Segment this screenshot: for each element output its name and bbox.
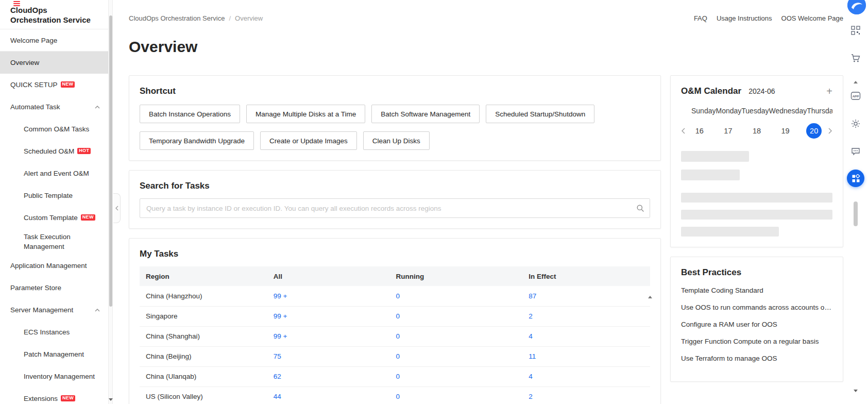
- in-effect-count-link[interactable]: 2: [529, 393, 533, 400]
- search-field-wrap: [140, 198, 650, 218]
- region-cell: Singapore: [140, 306, 267, 326]
- best-practice-link[interactable]: Trigger Function Compute on a regular ba…: [681, 337, 832, 346]
- all-count-link[interactable]: 62: [274, 373, 281, 380]
- sidebar-collapse-handle[interactable]: [113, 193, 121, 223]
- manage-multiple-disks-button[interactable]: Manage Multiple Disks at a Time: [246, 105, 365, 123]
- sidebar-item-patch-management[interactable]: Patch Management: [0, 343, 108, 365]
- calendar-date[interactable]: 19: [778, 123, 793, 139]
- column-header-in-effect: In Effect: [522, 266, 650, 286]
- calendar-dates-row: 16 17 18 19 20: [681, 123, 832, 139]
- sidebar-item-scheduled-om[interactable]: Scheduled O&M HOT: [0, 140, 108, 162]
- all-count-link[interactable]: 99 +: [274, 292, 287, 300]
- sidebar-item-task-execution-management[interactable]: Task Execution Management: [0, 229, 108, 255]
- product-widgets-icon[interactable]: [847, 170, 864, 187]
- sidebar-item-inventory-management[interactable]: Inventory Management: [0, 365, 108, 388]
- sidebar-scrollbar[interactable]: [108, 0, 113, 404]
- oos-welcome-page-link[interactable]: OOS Welcome Page: [781, 14, 843, 22]
- breadcrumb-root[interactable]: CloudOps Orchestration Service: [129, 14, 225, 22]
- in-effect-count-link[interactable]: 4: [529, 373, 533, 380]
- calendar-date[interactable]: 18: [749, 123, 764, 139]
- in-effect-count-link[interactable]: 4: [529, 332, 533, 340]
- shopping-cart-icon[interactable]: [846, 48, 865, 68]
- calendar-date[interactable]: 16: [692, 123, 707, 139]
- table-row: US (Silicon Valley) 44 0 2: [140, 386, 650, 404]
- calendar-next-button[interactable]: [828, 128, 832, 134]
- qr-code-icon[interactable]: [846, 21, 865, 40]
- sidebar-item-application-management[interactable]: Application Management: [0, 255, 108, 277]
- best-practice-link[interactable]: Use Terraform to manage OOS: [681, 354, 832, 363]
- running-count-link[interactable]: 0: [396, 312, 400, 320]
- add-event-button[interactable]: +: [826, 87, 832, 95]
- toolbar-scroll-up-icon[interactable]: [854, 73, 858, 81]
- temporary-bandwidth-upgrade-button[interactable]: Temporary Bandwidth Upgrade: [140, 131, 254, 150]
- scroll-down-arrow-icon[interactable]: [109, 398, 113, 401]
- skeleton-bar: [681, 193, 832, 203]
- content-columns: Shortcut Batch Instance Operations Manag…: [129, 75, 843, 404]
- sidebar-group-automated-task[interactable]: Automated Task: [0, 96, 108, 118]
- calendar-header: O&M Calendar 2024-06 +: [681, 86, 832, 96]
- app-center-icon[interactable]: APP: [846, 86, 865, 106]
- task-search-input[interactable]: [140, 198, 650, 218]
- sidebar-item-ecs-instances[interactable]: ECS Instances: [0, 321, 108, 343]
- running-count-link[interactable]: 0: [396, 332, 400, 340]
- table-scroll-up-icon[interactable]: [648, 288, 652, 296]
- sidebar-item-custom-template[interactable]: Custom Template NEW: [0, 207, 108, 229]
- sidebar: CloudOps Orchestration Service Welcome P…: [0, 0, 108, 404]
- sidebar-item-extensions[interactable]: Extensions NEW: [0, 388, 108, 404]
- calendar-prev-button[interactable]: [681, 128, 685, 134]
- batch-instance-operations-button[interactable]: Batch Instance Operations: [140, 105, 240, 123]
- sidebar-item-common-om-tasks[interactable]: Common O&M Tasks: [0, 118, 108, 140]
- new-badge: NEW: [81, 214, 95, 221]
- day-header: Wednesday: [769, 107, 807, 115]
- running-count-link[interactable]: 0: [396, 393, 400, 400]
- in-effect-count-link[interactable]: 11: [529, 352, 536, 360]
- sidebar-item-public-template[interactable]: Public Template: [0, 184, 108, 207]
- best-practice-link[interactable]: Template Coding Standard: [681, 286, 832, 295]
- sidebar-item-label: Alert and Event O&M: [24, 170, 89, 177]
- sidebar-scrollbar-thumb[interactable]: [109, 15, 112, 307]
- sidebar-item-quick-setup[interactable]: QUICK SETUP NEW: [0, 74, 108, 96]
- settings-gear-icon[interactable]: [846, 114, 865, 133]
- all-count-link[interactable]: 99 +: [274, 312, 287, 320]
- sidebar-item-overview[interactable]: Overview: [0, 52, 108, 74]
- scheduled-startup-shutdown-button[interactable]: Scheduled Startup/Shutdown: [486, 105, 594, 123]
- clean-up-disks-button[interactable]: Clean Up Disks: [363, 131, 430, 150]
- day-header: Thursday: [807, 107, 832, 115]
- search-button[interactable]: [631, 199, 650, 217]
- sidebar-item-label: Inventory Management: [24, 373, 95, 380]
- sidebar-group-server-management[interactable]: Server Management: [0, 299, 108, 321]
- batch-software-management-button[interactable]: Batch Software Management: [371, 105, 480, 123]
- top-bar: CloudOps Orchestration Service / Overvie…: [129, 13, 843, 23]
- running-count-link[interactable]: 0: [396, 373, 400, 380]
- all-count-link[interactable]: 75: [274, 352, 281, 360]
- chevron-left-icon: [115, 206, 118, 211]
- day-header: Monday: [716, 107, 741, 115]
- all-count-link[interactable]: 44: [274, 393, 281, 400]
- sidebar-item-label: Common O&M Tasks: [24, 125, 89, 133]
- om-calendar-card: O&M Calendar 2024-06 + SundayMondayTuesd…: [670, 75, 843, 247]
- faq-link[interactable]: FAQ: [694, 14, 707, 22]
- feedback-comment-icon[interactable]: [846, 142, 865, 161]
- new-badge: NEW: [61, 395, 75, 401]
- all-count-link[interactable]: 99 +: [274, 332, 287, 340]
- running-count-link[interactable]: 0: [396, 292, 400, 300]
- page-scrollbar-thumb[interactable]: [854, 201, 858, 226]
- best-practice-link[interactable]: Configure a RAM user for OOS: [681, 320, 832, 329]
- scroll-down-arrow-icon[interactable]: [854, 392, 858, 400]
- usage-instructions-link[interactable]: Usage Instructions: [717, 14, 772, 22]
- sidebar-item-label: Custom Template: [24, 214, 78, 222]
- sidebar-item-label: Extensions: [24, 395, 58, 402]
- sidebar-item-alert-event-om[interactable]: Alert and Event O&M: [0, 162, 108, 184]
- console-menu-icon[interactable]: [13, 1, 20, 6]
- create-or-update-images-button[interactable]: Create or Update Images: [260, 131, 357, 150]
- in-effect-count-link[interactable]: 2: [529, 312, 533, 320]
- best-practice-link[interactable]: Use OOS to run commands across accounts …: [681, 303, 832, 312]
- search-icon: [636, 204, 644, 212]
- running-count-link[interactable]: 0: [396, 352, 400, 360]
- day-header: Sunday: [691, 107, 716, 115]
- calendar-date[interactable]: 17: [720, 123, 736, 139]
- sidebar-item-welcome-page[interactable]: Welcome Page: [0, 29, 108, 52]
- in-effect-count-link[interactable]: 87: [529, 292, 536, 300]
- sidebar-item-parameter-store[interactable]: Parameter Store: [0, 277, 108, 299]
- calendar-date-selected[interactable]: 20: [806, 123, 822, 139]
